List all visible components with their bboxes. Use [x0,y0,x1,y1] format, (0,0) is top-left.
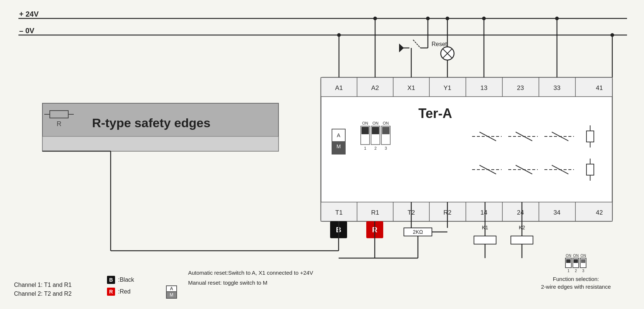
svg-rect-60 [42,136,278,151]
svg-text:2: 2 [374,146,377,150]
power-minus-label: – 0V [19,27,35,35]
svg-rect-4 [321,77,612,97]
terminal-23: 23 [517,84,524,91]
svg-rect-34 [382,127,389,134]
terminal-y1: Y1 [444,84,451,91]
svg-point-92 [446,17,449,20]
svg-point-94 [482,17,486,20]
function-detail-text: 2-wire edges with resistance [541,284,611,290]
legend: Channel 1: T1 and R1 Channel 2: T2 and R… [14,282,72,297]
svg-text:ON: ON [362,121,368,125]
terminal-t1: T1 [335,209,343,216]
terminal-a1: A1 [335,84,343,91]
resistor-label: 2KΩ [413,229,423,235]
terminal-41: 41 [596,84,603,91]
function-selection-text: Function selection: [553,276,599,282]
terminal-a2: A2 [371,84,379,91]
safety-edge-label: R-type safety edges [92,116,210,130]
svg-rect-30 [372,127,379,134]
manual-reset-label: Manual reset: toggle switch to M [188,278,313,288]
channel1-label: Channel 1: T1 and R1 [14,282,72,288]
channel2-label: Channel 2: T2 and R2 [14,291,72,297]
svg-text:ON: ON [383,121,389,125]
svg-point-100 [337,33,341,37]
badge-r-legend: R [107,288,115,296]
black-label: :Black [118,277,134,283]
red-label: :Red [118,288,131,295]
terminal-r1: R1 [371,209,379,216]
am-toggle-legend: A M [166,285,177,299]
terminal-33: 33 [554,84,561,91]
function-selection-legend: ON 1 ON 2 ON 3 Function selection: 2-wir… [541,254,611,290]
terminal-34: 34 [554,209,561,216]
svg-text:3: 3 [385,146,387,150]
svg-rect-26 [361,127,369,134]
svg-text:ON: ON [373,121,379,125]
terminal-13: 13 [481,84,488,91]
dip-switches-legend: ON 1 ON 2 ON 3 [565,254,586,273]
black-legend: B :Black [107,276,134,284]
terminal-24: 24 [517,209,524,216]
svg-point-78 [373,17,377,20]
reset-label: Reset [432,41,447,47]
diagram-container: + 24V – 0V A1 A2 X1 Y1 13 23 33 41 [0,0,644,309]
svg-text:1: 1 [364,146,366,150]
terminal-x1: X1 [408,84,415,91]
red-legend: R :Red [107,288,131,296]
terminal-14: 14 [481,209,488,216]
svg-rect-58 [511,236,533,244]
power-plus-label: + 24V [19,10,39,18]
svg-point-98 [610,33,614,37]
auto-reset-label: Automatic reset:Switch to A, X1 connecte… [188,268,313,278]
svg-point-96 [555,17,559,20]
svg-rect-57 [474,236,496,244]
am-top-legend: A [166,285,177,292]
svg-text:A: A [337,132,340,138]
relay-unit-name: Ter-A [418,106,452,121]
am-bottom-legend: M [166,292,177,299]
svg-point-86 [426,17,430,20]
terminal-42: 42 [596,209,603,216]
svg-rect-12 [321,202,612,221]
svg-text:M: M [336,143,341,149]
badge-b-legend: B [107,276,115,284]
reset-legend: Automatic reset:Switch to A, X1 connecte… [188,268,313,288]
safety-edge-resistor: R [57,120,62,128]
